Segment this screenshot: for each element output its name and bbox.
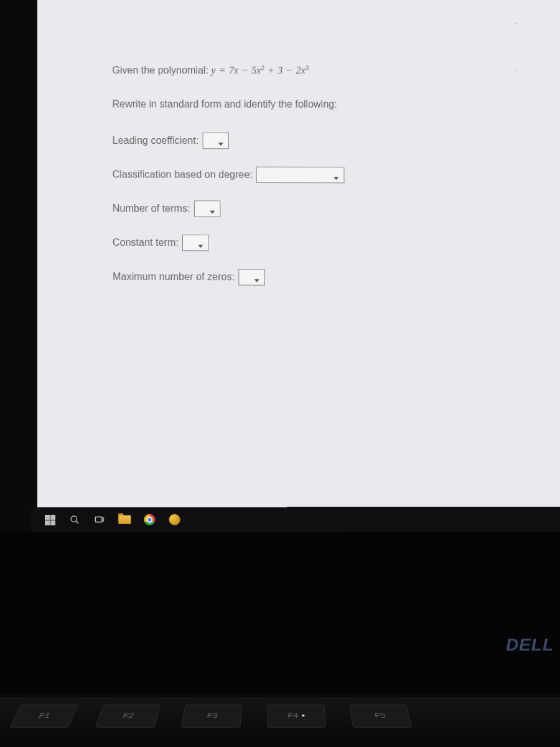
chevron-down-icon xyxy=(218,138,224,144)
laptop-bezel xyxy=(0,532,560,694)
field-label: Classification based on degree: xyxy=(113,166,253,182)
chevron-down-icon xyxy=(198,240,204,246)
chevron-down-icon xyxy=(210,205,216,212)
windows-logo-icon xyxy=(45,514,55,525)
chevron-down-icon xyxy=(254,274,260,280)
file-explorer-button[interactable] xyxy=(118,514,131,526)
key-f5: F5 xyxy=(349,704,412,728)
question-content: Given the polynomial: y = 7x − 5x2 + 3 −… xyxy=(37,0,560,286)
task-view-button[interactable] xyxy=(93,514,106,526)
chrome-icon xyxy=(144,514,155,525)
key-f1: F1 xyxy=(9,704,78,728)
chevron-down-icon xyxy=(334,172,340,178)
field-classification: Classification based on degree: xyxy=(113,166,560,184)
key-f2: F2 xyxy=(95,704,161,728)
field-max-zeros: Maximum number of zeros: xyxy=(113,268,560,286)
number-terms-select[interactable] xyxy=(194,200,221,217)
windows-taskbar xyxy=(31,507,560,532)
polynomial-expression: y = 7x − 5x2 + 3 − 2x3 xyxy=(211,65,309,76)
app-button[interactable] xyxy=(168,514,180,526)
field-label: Leading coefficient: xyxy=(113,133,199,149)
field-label: Maximum number of zeros: xyxy=(113,268,235,285)
search-icon xyxy=(70,515,80,525)
laptop-keyboard: F1 F2 F3 F4 F5 xyxy=(0,697,560,735)
folder-icon xyxy=(118,515,131,524)
svg-rect-2 xyxy=(95,517,102,522)
search-button[interactable] xyxy=(68,514,81,526)
app-icon xyxy=(169,514,180,525)
max-zeros-select[interactable] xyxy=(238,268,265,285)
screen-content-area: Given the polynomial: y = 7x − 5x2 + 3 −… xyxy=(37,0,560,515)
svg-line-1 xyxy=(76,521,78,524)
start-button[interactable] xyxy=(44,514,56,526)
field-label: Number of terms: xyxy=(113,200,190,217)
polynomial-prompt: Given the polynomial: y = 7x − 5x2 + 3 −… xyxy=(112,62,560,78)
field-leading-coefficient: Leading coefficient: xyxy=(113,132,560,149)
field-number-terms: Number of terms: xyxy=(113,200,560,217)
constant-term-select[interactable] xyxy=(182,234,209,251)
task-view-icon xyxy=(94,514,105,525)
key-f4: F4 xyxy=(267,704,326,728)
laptop-brand: DELL xyxy=(506,635,554,655)
key-f3: F3 xyxy=(181,704,242,728)
leading-coefficient-select[interactable] xyxy=(202,132,229,148)
prompt-prefix: Given the polynomial: xyxy=(112,65,211,75)
chrome-button[interactable] xyxy=(143,514,156,526)
instruction-text: Rewrite in standard form and identify th… xyxy=(112,96,560,112)
classification-select[interactable] xyxy=(256,166,345,183)
svg-point-0 xyxy=(71,516,77,522)
field-constant-term: Constant term: xyxy=(113,234,560,251)
field-label: Constant term: xyxy=(113,234,179,250)
